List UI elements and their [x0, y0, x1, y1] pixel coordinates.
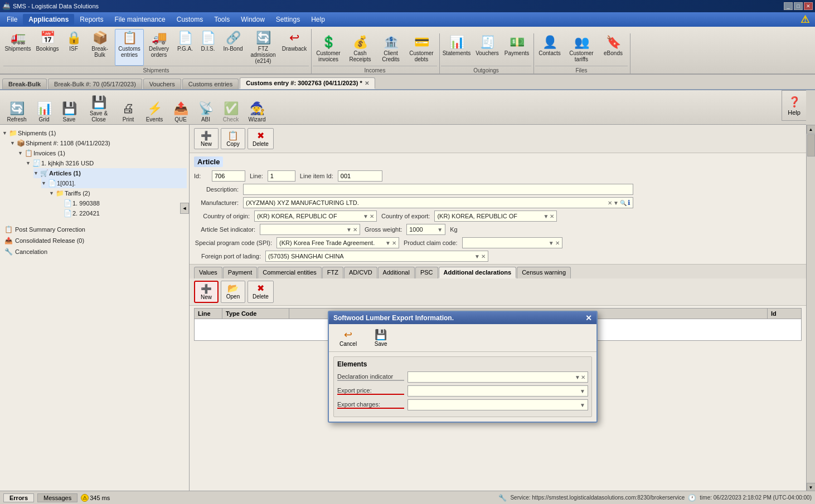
declaration-indicator-input[interactable]: ▼ ✕: [408, 371, 588, 383]
save-btn[interactable]: 💾 Save: [57, 94, 81, 124]
decl-open-btn[interactable]: 📂 Open: [221, 281, 245, 303]
menu-item-tools[interactable]: Tools: [208, 14, 235, 25]
pcc-clear[interactable]: ✕: [555, 240, 560, 246]
drawback-btn[interactable]: ↩ Drawback: [280, 29, 309, 66]
menu-item-customs[interactable]: Customs: [171, 14, 208, 25]
abi-btn[interactable]: 📡 ABI: [193, 94, 218, 124]
check-btn[interactable]: ✅ Check: [219, 94, 243, 124]
save-close-btn[interactable]: 💾 Save & Close: [82, 94, 115, 124]
tab-close-icon[interactable]: ✕: [365, 80, 369, 86]
export-price-dropdown[interactable]: ▼: [580, 388, 585, 394]
payments-btn[interactable]: 💵 Payments: [502, 33, 531, 66]
tab-ftz[interactable]: FTZ: [322, 267, 343, 278]
events-btn[interactable]: ⚡ Events: [141, 94, 168, 124]
close-btn[interactable]: ✕: [804, 2, 813, 10]
foreign-port-dropdown[interactable]: ▼: [474, 253, 480, 260]
grid-btn[interactable]: 📊 Grid: [32, 94, 56, 124]
menu-item-file-maintenance[interactable]: File maintenance: [109, 14, 171, 25]
tab-commercial-entities[interactable]: Commercial entities: [258, 267, 322, 278]
country-origin-clear[interactable]: ✕: [370, 213, 374, 219]
article-delete-btn[interactable]: ✖ Delete: [248, 128, 274, 149]
dis-btn[interactable]: 📄 D.I.S.: [197, 29, 219, 66]
help-btn[interactable]: ❓ Help: [782, 90, 806, 121]
ftz-admission-btn[interactable]: 🔄 FTZ admission(e214): [247, 29, 279, 66]
tab-break-bulk-70[interactable]: Break-Bulk #: 70 (05/17/2023): [48, 79, 142, 89]
modal-close-btn[interactable]: ✕: [585, 314, 592, 322]
menu-item-window[interactable]: Window: [235, 14, 270, 25]
tab-payment[interactable]: Payment: [223, 267, 257, 278]
tab-customs-entries[interactable]: Customs entries: [182, 79, 239, 89]
pga-btn[interactable]: 📄 P.G.A.: [174, 29, 196, 66]
scroll-up-btn[interactable]: ▲: [807, 125, 816, 134]
customer-tariffs-btn[interactable]: 👥 Customertariffs: [565, 33, 598, 66]
in-bond-btn[interactable]: 🔗 In-Bond: [220, 29, 246, 66]
decl-delete-btn[interactable]: ✖ Delete: [248, 281, 274, 303]
shipments-btn[interactable]: 🚛 Shipments: [3, 29, 32, 66]
client-credits-btn[interactable]: 🏦 ClientCredits: [376, 33, 405, 66]
errors-tab[interactable]: Errors: [3, 493, 34, 502]
tab-census-warning[interactable]: Census warning: [517, 267, 571, 278]
article-new-btn[interactable]: ➕ New: [194, 128, 219, 149]
bookings-btn[interactable]: 📅 Bookings: [33, 29, 62, 66]
id-field[interactable]: [212, 170, 245, 182]
scroll-thumb[interactable]: [807, 134, 815, 156]
manufacturer-search-btn[interactable]: 🔍: [620, 200, 627, 206]
customs-entries-btn[interactable]: 📋 Customsentries: [115, 29, 144, 66]
tab-psc[interactable]: PSC: [415, 267, 438, 278]
customer-debts-btn[interactable]: 💳 Customerdebts: [406, 33, 437, 66]
post-summary-btn[interactable]: 📋 Post Summary Correction: [2, 224, 187, 235]
vouchers-btn[interactable]: 🧾 Vouchers: [473, 33, 502, 66]
description-field[interactable]: [243, 184, 633, 195]
menu-item-settings[interactable]: Settings: [270, 14, 305, 25]
tree-shipments[interactable]: ▼ 📁 Shipments (1): [2, 128, 187, 138]
tab-customs-entry-3002763[interactable]: Customs entry #: 3002763 (04/11/2023) * …: [240, 77, 375, 89]
tree-invoice-1[interactable]: ▼ 🧾 1. kjhkjh 3216 USD: [26, 158, 187, 168]
article-copy-btn[interactable]: 📋 Copy: [221, 128, 245, 149]
menu-item-file[interactable]: File: [1, 14, 23, 25]
manufacturer-clear-btn[interactable]: ✕: [608, 200, 612, 206]
tree-articles[interactable]: ▼ 🛒 Articles (1): [33, 168, 187, 178]
tree-tariff-2[interactable]: 📄 2. 220421: [57, 208, 187, 218]
tree-shipment-1108[interactable]: ▼ 📦 Shipment #: 1108 (04/11/2023): [10, 138, 187, 148]
tab-vouchers[interactable]: Vouchers: [143, 79, 181, 89]
refresh-btn[interactable]: 🔄 Refresh: [2, 94, 31, 124]
consolidated-release-btn[interactable]: 📤 Consolidated Release (0): [2, 235, 187, 246]
article-set-clear[interactable]: ✕: [353, 227, 357, 233]
messages-tab[interactable]: Messages: [37, 493, 77, 502]
tab-additional[interactable]: Additional: [378, 267, 415, 278]
country-export-clear[interactable]: ✕: [550, 213, 554, 219]
tab-values[interactable]: Values: [194, 267, 222, 278]
cancelation-btn[interactable]: 🔧 Cancelation: [2, 246, 187, 257]
minimize-btn[interactable]: _: [784, 2, 793, 10]
que-btn[interactable]: 📤 QUE: [168, 94, 193, 124]
tab-additional-declarations[interactable]: Additional declarations: [439, 267, 517, 278]
spi-clear[interactable]: ✕: [392, 240, 396, 246]
article-set-dropdown[interactable]: ▼: [346, 227, 352, 233]
manufacturer-info-btn[interactable]: ℹ: [628, 199, 630, 207]
country-export-dropdown[interactable]: ▼: [544, 213, 549, 219]
tab-break-bulk[interactable]: Break-Bulk: [2, 79, 47, 89]
export-charges-dropdown[interactable]: ▼: [580, 402, 585, 408]
tree-invoices[interactable]: ▼ 📋 Invoices (1): [18, 148, 187, 158]
statements-btn[interactable]: 📊 Statements: [441, 33, 472, 66]
export-price-input[interactable]: ▼: [408, 385, 588, 397]
maximize-btn[interactable]: □: [794, 2, 803, 10]
customer-invoices-btn[interactable]: 💲 Customerinvoices: [313, 33, 344, 66]
modal-save-btn[interactable]: 💾 Save: [367, 326, 394, 349]
tree-tariffs[interactable]: ▼ 📁 Tariffs (2): [49, 188, 187, 198]
decl-indicator-dropdown[interactable]: ▼: [575, 374, 580, 380]
delivery-orders-btn[interactable]: 🚚 Deliveryorders: [144, 29, 173, 66]
pcc-dropdown[interactable]: ▼: [549, 240, 554, 246]
print-btn[interactable]: 🖨 Print: [116, 94, 140, 124]
break-bulk-btn[interactable]: 📦 Break-Bulk: [85, 29, 114, 66]
decl-new-btn[interactable]: ➕ New: [194, 281, 219, 303]
line-item-id-field[interactable]: [338, 170, 382, 182]
wizard-btn[interactable]: 🧙 Wizard: [244, 94, 270, 124]
contacts-btn[interactable]: 👤 Contacts: [535, 33, 564, 66]
modal-cancel-btn[interactable]: ↩ Cancel: [333, 326, 363, 349]
tab-ad-cvd[interactable]: AD/CVD: [344, 267, 377, 278]
tree-article-1[interactable]: ▼ 📄 1[001].: [41, 178, 187, 188]
cash-receipts-btn[interactable]: 💰 Cash Receipts: [345, 33, 376, 66]
decl-indicator-clear[interactable]: ✕: [581, 374, 585, 380]
tree-tariff-1[interactable]: 📄 1. 990388: [57, 198, 187, 208]
